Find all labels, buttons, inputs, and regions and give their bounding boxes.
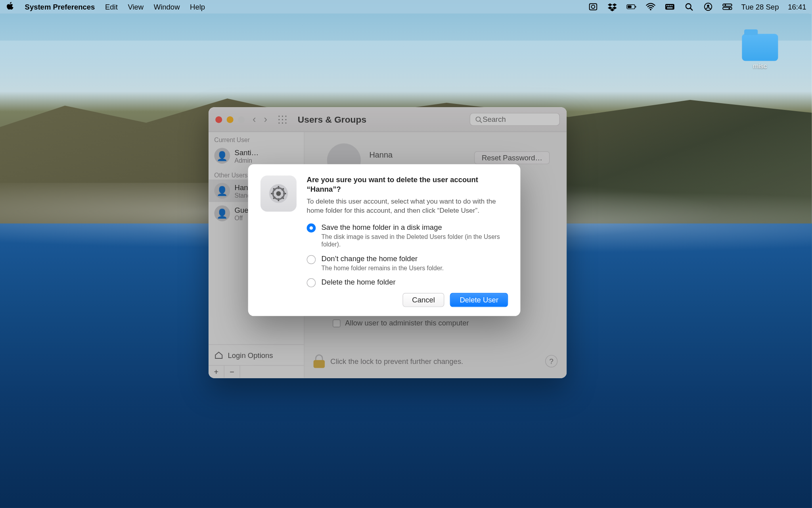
search-input[interactable] xyxy=(483,115,550,123)
delete-user-sheet: Are you sure you want to delete the user… xyxy=(248,164,521,316)
sidebar-user-current[interactable]: 👤 Santi… Admin xyxy=(209,144,304,167)
delete-user-button[interactable]: Delete User xyxy=(450,293,508,307)
svg-rect-11 xyxy=(667,7,672,8)
sidebar-user-role: Admin xyxy=(235,157,259,164)
radio-icon xyxy=(307,255,316,264)
svg-point-17 xyxy=(724,4,726,6)
menubar-date[interactable]: Tue 28 Sep xyxy=(741,2,779,11)
menubar-time[interactable]: 16:41 xyxy=(788,2,806,11)
add-user-button[interactable]: + xyxy=(209,366,224,378)
radio-option-dont-change[interactable]: Don’t change the home folder The home fo… xyxy=(307,254,508,272)
svg-line-13 xyxy=(690,8,692,10)
forward-button[interactable]: › xyxy=(264,114,267,125)
svg-rect-10 xyxy=(671,5,672,6)
svg-rect-6 xyxy=(665,4,674,10)
keyboard-input-icon[interactable] xyxy=(665,2,675,12)
desktop: System Preferences Edit View Window Help xyxy=(0,0,812,508)
svg-rect-8 xyxy=(668,5,669,6)
wallpaper-sky xyxy=(0,40,812,102)
system-preferences-icon xyxy=(260,175,297,212)
radio-option-delete-folder[interactable]: Delete the home folder xyxy=(307,278,508,287)
checkbox-icon xyxy=(333,319,341,327)
user-account-icon[interactable] xyxy=(703,2,713,12)
svg-point-23 xyxy=(276,191,281,196)
radio-icon xyxy=(307,223,316,233)
svg-rect-16 xyxy=(723,4,732,6)
menubar-left: System Preferences Edit View Window Help xyxy=(6,2,205,12)
sidebar-section-current: Current User xyxy=(209,132,304,144)
traffic-lights xyxy=(215,116,245,123)
help-button[interactable]: ? xyxy=(545,355,557,367)
sheet-buttons: Cancel Delete User xyxy=(307,293,508,307)
avatar-icon: 👤 xyxy=(214,148,230,164)
admin-checkbox-label: Allow user to administer this computer xyxy=(345,319,469,327)
menubar: System Preferences Edit View Window Help xyxy=(0,0,812,13)
svg-rect-4 xyxy=(635,6,636,8)
apple-icon xyxy=(6,2,15,11)
control-center-icon[interactable] xyxy=(722,2,732,12)
svg-point-19 xyxy=(728,8,730,9)
svg-rect-0 xyxy=(589,4,596,10)
radio-option-save-disk-image[interactable]: Save the home folder in a disk image The… xyxy=(307,223,508,249)
nav-arrows: ‹ › xyxy=(253,114,267,125)
window-title: Users & Groups xyxy=(298,114,366,125)
window-titlebar: ‹ › Users & Groups xyxy=(209,107,567,132)
back-button[interactable]: ‹ xyxy=(253,114,256,125)
radio-label: Don’t change the home folder xyxy=(322,254,444,263)
home-icon xyxy=(214,350,223,360)
svg-point-5 xyxy=(650,9,651,10)
svg-point-1 xyxy=(591,5,595,9)
lock-text: Click the lock to prevent further change… xyxy=(330,357,463,365)
lock-row: Click the lock to prevent further change… xyxy=(314,354,558,368)
menubar-app-name[interactable]: System Preferences xyxy=(25,2,95,11)
radio-description: The home folder remains in the Users fol… xyxy=(322,264,444,272)
svg-rect-7 xyxy=(666,5,667,6)
desktop-folder-label: misc xyxy=(742,62,778,70)
svg-rect-3 xyxy=(628,6,632,8)
avatar-icon: 👤 xyxy=(214,206,230,221)
menu-view[interactable]: View xyxy=(128,2,144,11)
menu-window[interactable]: Window xyxy=(154,2,180,11)
cancel-button[interactable]: Cancel xyxy=(402,293,444,307)
svg-rect-9 xyxy=(670,5,671,6)
sheet-body: Are you sure you want to delete the user… xyxy=(307,175,508,307)
user-title: Hanna xyxy=(369,150,393,159)
sheet-title: Are you sure you want to delete the user… xyxy=(307,175,508,194)
zoom-button[interactable] xyxy=(238,116,245,123)
screenshot-icon[interactable] xyxy=(588,2,598,12)
radio-label: Delete the home folder xyxy=(322,278,396,286)
admin-checkbox-row[interactable]: Allow user to administer this computer xyxy=(333,319,469,327)
reset-password-button[interactable]: Reset Password… xyxy=(474,151,550,164)
close-button[interactable] xyxy=(215,116,222,123)
login-options[interactable]: Login Options xyxy=(209,345,304,365)
remove-user-button[interactable]: − xyxy=(224,366,240,378)
radio-label: Save the home folder in a disk image xyxy=(322,223,508,231)
add-remove-row: + − xyxy=(209,365,304,378)
sheet-subtitle: To delete this user account, select what… xyxy=(307,197,508,215)
search-field[interactable] xyxy=(470,113,560,126)
svg-rect-18 xyxy=(723,7,732,10)
radio-icon xyxy=(307,278,316,287)
battery-icon[interactable] xyxy=(626,2,636,12)
svg-line-21 xyxy=(480,121,481,122)
minimize-button[interactable] xyxy=(227,116,234,123)
spotlight-icon[interactable] xyxy=(684,2,694,12)
menu-help[interactable]: Help xyxy=(190,2,205,11)
lock-icon[interactable] xyxy=(314,354,325,368)
folder-icon xyxy=(742,34,778,61)
show-all-button[interactable] xyxy=(278,114,288,125)
sidebar-bottom: Login Options + − xyxy=(209,344,304,378)
dropbox-icon[interactable] xyxy=(607,2,617,12)
avatar-icon: 👤 xyxy=(214,183,230,199)
menu-edit[interactable]: Edit xyxy=(105,2,118,11)
search-icon xyxy=(475,115,483,123)
radio-description: The disk image is saved in the Deleted U… xyxy=(322,233,508,249)
svg-point-15 xyxy=(707,5,709,7)
wifi-icon[interactable] xyxy=(645,2,656,12)
menubar-right: Tue 28 Sep 16:41 xyxy=(588,2,806,12)
login-options-label: Login Options xyxy=(228,351,273,359)
sidebar-user-name: Santi… xyxy=(235,148,259,156)
apple-menu[interactable] xyxy=(6,2,15,12)
desktop-folder-misc[interactable]: misc xyxy=(742,34,778,70)
